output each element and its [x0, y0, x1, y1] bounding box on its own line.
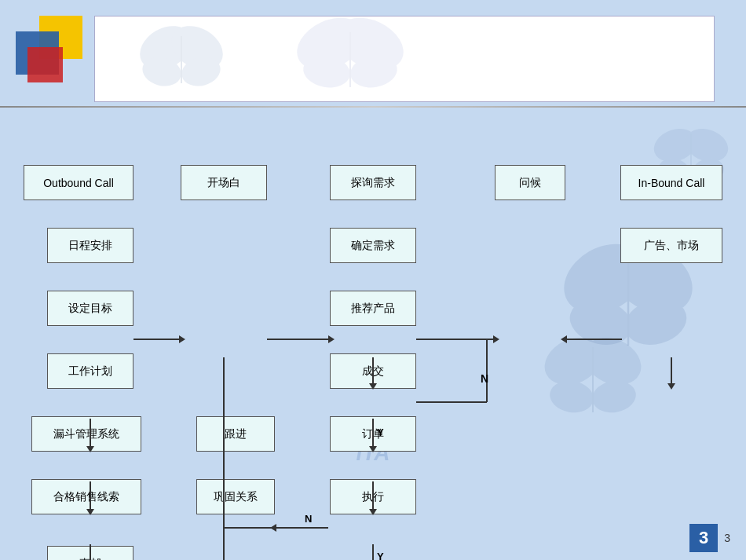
- svg-text:N: N: [481, 372, 488, 385]
- svg-point-17: [547, 377, 596, 415]
- svg-marker-46: [270, 524, 276, 532]
- page-number-area: 3 3: [689, 524, 730, 552]
- svg-marker-32: [493, 335, 499, 343]
- guanggao-box: 广告、市场: [620, 228, 722, 263]
- gonggu-box: 巩固关系: [196, 479, 275, 514]
- svg-text:Y: Y: [377, 551, 384, 560]
- page-number-box: 3: [689, 524, 718, 552]
- svg-point-18: [590, 377, 638, 415]
- tuijian-box: 推荐产品: [330, 291, 416, 326]
- butterfly-header-1: [134, 20, 229, 99]
- hege-box: 合格销售线索: [31, 479, 141, 514]
- zhiyou-box: 直邮: [47, 546, 133, 560]
- butterfly-header-2: [291, 16, 409, 95]
- wenhao-box: 问候: [495, 165, 565, 200]
- gongzuo-box: 工作计划: [47, 353, 133, 389]
- header: [0, 0, 746, 122]
- svg-marker-34: [667, 383, 675, 390]
- svg-marker-28: [328, 335, 335, 343]
- svg-text:N: N: [305, 513, 312, 525]
- page-number-label: 3: [724, 532, 730, 544]
- inbound-call-box: In-Bound Call: [620, 165, 722, 200]
- tansun-box: 探询需求: [330, 165, 416, 200]
- svg-marker-26: [179, 335, 185, 343]
- chengjiao-box: 成交: [330, 353, 416, 389]
- logo-red: [27, 47, 63, 82]
- sheding-box: 设定目标: [47, 291, 133, 326]
- header-white-bar: [94, 16, 715, 102]
- butterfly-bg-2: [542, 330, 644, 424]
- kaichang-box: 开场白: [181, 165, 267, 200]
- zhixing-box: 执行: [330, 479, 416, 514]
- dingdan-box: 订单: [330, 416, 416, 452]
- queding-box: 确定需求: [330, 228, 416, 263]
- outbound-call-box: Outbound Call: [24, 165, 133, 200]
- logo: [16, 16, 90, 102]
- genjin-box: 跟进: [196, 416, 275, 452]
- header-line: [0, 106, 746, 108]
- loudou-box: 漏斗管理系统: [31, 416, 141, 452]
- richeng-box: 日程安排: [47, 228, 133, 263]
